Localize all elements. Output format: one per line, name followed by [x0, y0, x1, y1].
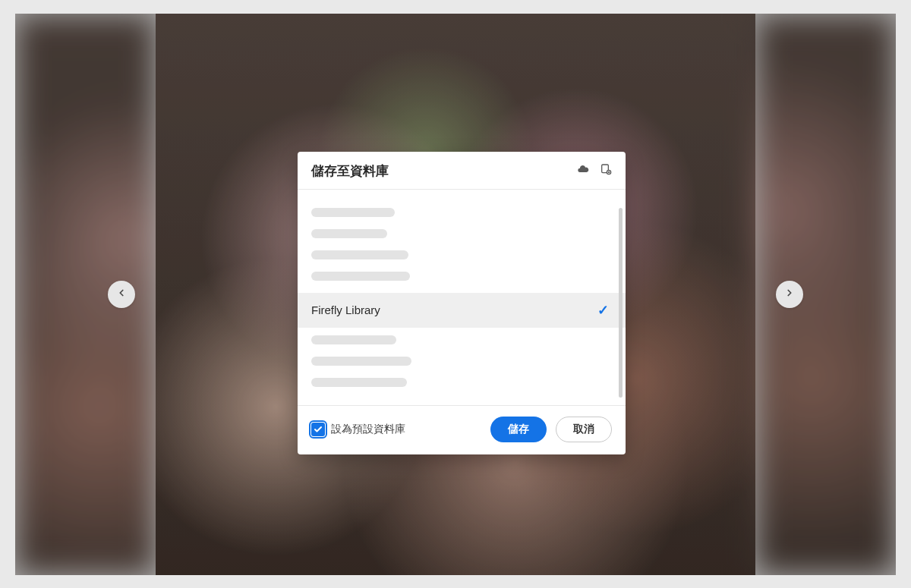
- image-viewer-stage: 儲存至資料庫 Firefly Library ✓: [15, 14, 896, 575]
- chevron-right-icon: [784, 288, 795, 300]
- chevron-left-icon: [116, 288, 127, 300]
- library-item-label: Firefly Library: [311, 303, 380, 316]
- save-button[interactable]: 儲存: [490, 417, 547, 442]
- scrollbar[interactable]: [619, 208, 623, 398]
- add-library-icon[interactable]: [600, 163, 612, 178]
- check-icon: ✓: [597, 302, 609, 319]
- default-library-label: 設為預設資料庫: [331, 423, 405, 436]
- library-item-placeholder: [311, 229, 387, 238]
- library-list: Firefly Library ✓: [298, 190, 626, 405]
- dialog-title: 儲存至資料庫: [311, 162, 389, 180]
- default-library-checkbox[interactable]: [311, 423, 325, 436]
- library-item-placeholder: [311, 272, 410, 281]
- dialog-header: 儲存至資料庫: [298, 152, 626, 190]
- cloud-icon[interactable]: [577, 163, 589, 178]
- next-image-button[interactable]: [776, 281, 803, 308]
- dialog-actions: 儲存 取消: [490, 417, 612, 442]
- cancel-button[interactable]: 取消: [556, 417, 612, 442]
- dialog-footer: 設為預設資料庫 儲存 取消: [298, 405, 626, 454]
- library-item-placeholder: [311, 378, 407, 387]
- save-to-library-dialog: 儲存至資料庫 Firefly Library ✓: [298, 152, 626, 454]
- library-item-placeholder: [311, 357, 411, 366]
- library-item-placeholder: [311, 208, 395, 217]
- default-library-toggle[interactable]: 設為預設資料庫: [311, 423, 405, 436]
- library-item-placeholder: [311, 250, 408, 259]
- previous-image-button[interactable]: [108, 281, 135, 308]
- dialog-header-actions: [577, 163, 612, 178]
- library-item-placeholder: [311, 335, 396, 344]
- library-item-selected[interactable]: Firefly Library ✓: [298, 293, 626, 328]
